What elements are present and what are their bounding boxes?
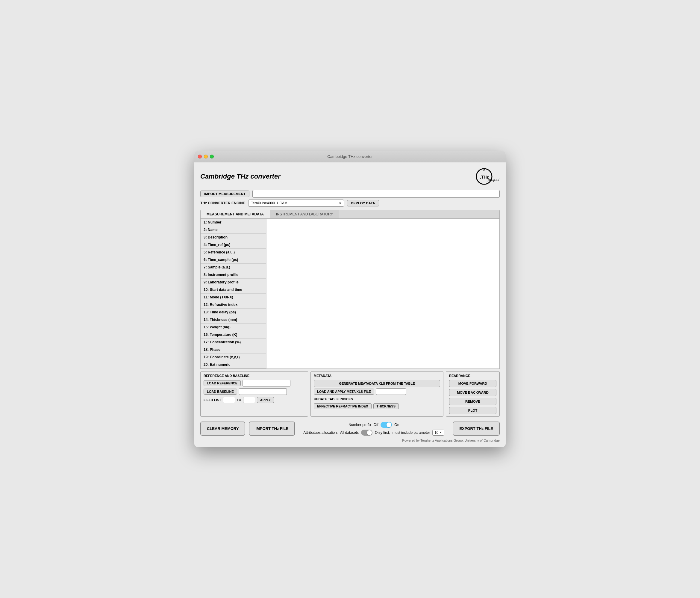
field-from-input[interactable]: 1 (223, 397, 235, 403)
reference-panel-title: REFERENCE AND BASELINE (204, 374, 305, 378)
number-prefix-label: Number prefix (349, 423, 371, 427)
attributes-label: Attributues allocation: (303, 431, 338, 435)
sidebar-item-17[interactable]: 17: Concentration (%) (201, 338, 266, 346)
clear-memory-button[interactable]: CLEAR MEMORY (200, 422, 245, 436)
tab-instrument[interactable]: INSTRUMENT AND LABORATORY (270, 210, 339, 218)
thz-logo-svg: .THz project (473, 167, 500, 186)
bottom-panels: REFERENCE AND BASELINE LOAD REFERENCE LO… (200, 371, 500, 417)
param-select[interactable]: 10 5 20 (432, 430, 444, 436)
sidebar-item-19[interactable]: 19: Coordinate (x,y,z) (201, 354, 266, 361)
load-apply-xls-button[interactable]: LOAD AND APPLY META XLS FILE (314, 388, 374, 394)
load-baseline-input[interactable] (239, 388, 287, 395)
powered-by: Powered by Terahertz Applications Group.… (200, 439, 500, 442)
sidebar-item-10[interactable]: 10: Start data and time (201, 286, 266, 294)
number-prefix-toggle[interactable] (380, 422, 392, 428)
field-list-label: FIELD LIST (204, 398, 221, 402)
load-baseline-row: LOAD BASELINE (204, 388, 305, 395)
close-button[interactable] (198, 154, 202, 159)
app-header: Cambridge THz converter .THz project (200, 167, 500, 186)
sidebar-item-16[interactable]: 16: Temperature (K) (201, 331, 266, 338)
engine-row: THz CONVERTER ENGINE TeraPulse4000_UCAM … (200, 199, 500, 207)
window-title: Cambeidge THz converter (327, 154, 373, 159)
sidebar-item-5[interactable]: 5: Reference (a.u.) (201, 249, 266, 256)
load-apply-input[interactable] (376, 388, 406, 395)
import-measurement-input[interactable] (252, 190, 500, 198)
minimize-button[interactable] (204, 154, 208, 159)
sidebar-item-2[interactable]: 2: Name (201, 226, 266, 234)
indices-row: EFFECTIVE REFRACTIVE INDEX THICKNESS (314, 403, 440, 409)
metadata-panel-title: METADATA (314, 374, 440, 378)
sidebar-item-3[interactable]: 3: Description (201, 234, 266, 241)
svg-text:project: project (488, 177, 500, 182)
rearrange-panel: REARRANGE MOVE FORWARD MOVE BACKWARD REM… (446, 371, 500, 417)
sidebar-item-12[interactable]: 12: Refractive index (201, 301, 266, 309)
window-content: Cambridge THz converter .THz project IMP… (194, 162, 506, 447)
all-datasets-label: All datasets (340, 431, 359, 435)
on-label: On (394, 423, 399, 427)
attributes-row: Attributues allocation: All datasets Onl… (303, 430, 444, 436)
rearrange-panel-title: REARRANGE (449, 374, 496, 378)
sidebar-item-9[interactable]: 9: Laboratory profile (201, 279, 266, 286)
import-measurement-button[interactable]: IMPORT MEASUREMENT (200, 191, 249, 197)
load-baseline-button[interactable]: LOAD BASELINE (204, 388, 237, 394)
move-backward-button[interactable]: MOVE BACKWARD (449, 389, 496, 396)
sidebar-item-14[interactable]: 14: Thickness (mm) (201, 316, 266, 324)
sidebar-item-8[interactable]: 8: Instrument profile (201, 271, 266, 279)
sidebar-item-11[interactable]: 11: Mode (TX/RX) (201, 294, 266, 301)
maximize-button[interactable] (210, 154, 214, 159)
field-list-row: FIELD LIST 1 TO 1 APPLY (204, 397, 305, 403)
import-thz-button[interactable]: IMPORT THz FILE (249, 422, 295, 436)
must-include-label: must include parameter (393, 431, 430, 435)
traffic-lights (198, 154, 214, 159)
sidebar-item-1[interactable]: 1: Number (201, 219, 266, 226)
load-apply-row: LOAD AND APPLY META XLS FILE (314, 388, 440, 395)
number-prefix-row: Number prefix Off On (349, 422, 399, 428)
thz-logo: .THz project (473, 167, 500, 186)
sidebar-item-4[interactable]: 4: Time_ref (ps) (201, 241, 266, 249)
app-title: Cambridge THz converter (200, 172, 280, 181)
move-forward-button[interactable]: MOVE FORWARD (449, 380, 496, 387)
update-indices-label: UPDATE TABLE INDICES (314, 397, 440, 401)
export-thz-button[interactable]: EXPORT THz FILE (453, 422, 500, 436)
sidebar-item-18[interactable]: 18: Phase (201, 346, 266, 354)
eff-refractive-button[interactable]: EFFECTIVE REFRACTIVE INDEX (314, 403, 372, 409)
metadata-panel: METADATA GENERATE MEATADATA XLS FROM THE… (310, 371, 444, 417)
main-panel: 1: Number 2: Name 3: Description 4: Time… (200, 218, 500, 369)
titlebar: Cambeidge THz converter (194, 151, 506, 162)
thickness-button[interactable]: THICKNESS (373, 403, 399, 409)
content-area (267, 219, 499, 368)
param-select-wrapper: 10 5 20 ▼ (432, 430, 444, 436)
load-reference-input[interactable] (243, 380, 291, 386)
field-to-input[interactable]: 1 (243, 397, 255, 403)
footer: CLEAR MEMORY IMPORT THz FILE Number pref… (200, 420, 500, 437)
attributes-toggle[interactable] (361, 430, 372, 436)
engine-label: THz CONVERTER ENGINE (200, 201, 245, 205)
tab-measurement[interactable]: MEASUREMENT AND METADATA (201, 210, 270, 218)
sidebar-item-13[interactable]: 13: Time delay (ps) (201, 309, 266, 316)
remove-button[interactable]: REMOVE (449, 398, 496, 405)
rearrange-buttons: MOVE FORWARD MOVE BACKWARD REMOVE PLOT (449, 380, 496, 414)
to-label: TO (237, 398, 241, 402)
off-label: Off (374, 423, 378, 427)
tabs: MEASUREMENT AND METADATA INSTRUMENT AND … (200, 210, 500, 218)
reference-panel: REFERENCE AND BASELINE LOAD REFERENCE LO… (200, 371, 308, 417)
only-first-label: Only first, (375, 431, 390, 435)
deploy-data-button[interactable]: DEPLOY DATA (347, 200, 379, 207)
plot-button[interactable]: PLOT (449, 407, 496, 414)
load-reference-button[interactable]: LOAD REFERENCE (204, 380, 241, 386)
generate-xls-button[interactable]: GENERATE MEATADATA XLS FROM THE TABLE (314, 380, 440, 387)
engine-select-wrapper: TeraPulse4000_UCAM TeraPulse1000 Custom … (248, 199, 344, 207)
load-reference-row: LOAD REFERENCE (204, 380, 305, 386)
import-row: IMPORT MEASUREMENT (200, 190, 500, 198)
sidebar-item-7[interactable]: 7: Sample (a.u.) (201, 264, 266, 271)
main-window: Cambeidge THz converter Cambridge THz co… (194, 151, 506, 447)
engine-select[interactable]: TeraPulse4000_UCAM TeraPulse1000 Custom (248, 199, 344, 207)
footer-controls: Number prefix Off On Attributues allocat… (299, 422, 449, 436)
sidebar-item-20[interactable]: 20: Ext numeric (201, 361, 266, 368)
apply-button[interactable]: APPLY (257, 397, 274, 403)
sidebar-list: 1: Number 2: Name 3: Description 4: Time… (201, 219, 267, 368)
sidebar-item-15[interactable]: 15: Weight (mg) (201, 324, 266, 331)
metadata-grid: GENERATE MEATADATA XLS FROM THE TABLE LO… (314, 380, 440, 409)
sidebar-item-6[interactable]: 6: Time_sample (ps) (201, 256, 266, 264)
